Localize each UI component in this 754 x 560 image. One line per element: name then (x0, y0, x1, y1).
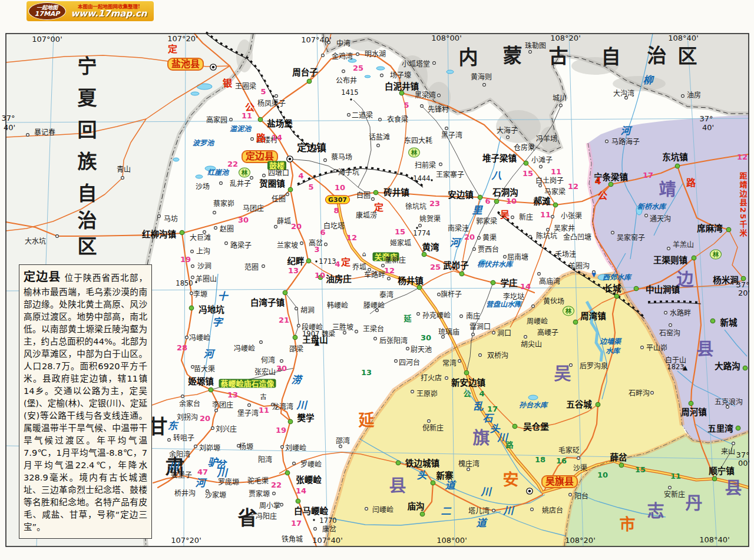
settlement-dot (191, 265, 194, 268)
settlement-dot (306, 259, 311, 263)
settlement-dot (297, 324, 300, 327)
settlement-dot (619, 463, 624, 468)
settlement-dot (324, 159, 327, 162)
settlement-dot (388, 277, 391, 280)
settlement-dot (372, 198, 375, 201)
settlement-dot (288, 187, 293, 192)
settlement-dot (191, 276, 194, 279)
settlement-dot (743, 366, 748, 370)
settlement-dot (307, 79, 312, 84)
settlement-dot (314, 528, 317, 531)
settlement-dot (417, 285, 422, 290)
settlement-dot (296, 499, 300, 503)
settlement-dot (322, 54, 325, 57)
county-description: 定边县位于陕西省西北部，榆林市最西端，毛乌素沙漠的南部边缘。处陕北黄土高原、风沙… (19, 264, 152, 539)
settlement-dot (209, 387, 213, 392)
logo-url[interactable]: www.17map.cn (66, 9, 152, 19)
settlement-dot (121, 177, 124, 180)
settlement-dot (214, 227, 217, 230)
settlement-dot (213, 211, 216, 214)
settlement-dot (251, 138, 254, 141)
settlement-dot (180, 230, 184, 235)
settlement-dot (494, 199, 499, 204)
settlement-dot (350, 98, 352, 100)
settlement-dot (263, 174, 266, 177)
settlement-dot (27, 134, 29, 137)
settlement-dot (203, 231, 206, 234)
settlement-dot (342, 70, 345, 73)
settlement-dot (726, 227, 731, 232)
settlement-dot (593, 271, 596, 274)
settlement-dot (215, 409, 218, 412)
settlement-dot (355, 330, 358, 333)
settlement-dot (431, 481, 435, 485)
settlement-dot (186, 336, 188, 339)
settlement-dot (339, 445, 342, 448)
settlement-dot (726, 406, 729, 409)
settlement-dot (283, 290, 287, 295)
settlement-dot (460, 315, 463, 318)
settlement-dot (194, 445, 197, 448)
settlement-dot (609, 182, 613, 187)
settlement-dot (459, 271, 464, 276)
settlement-dot (158, 215, 161, 218)
settlement-dot (195, 281, 197, 283)
settlement-dot (445, 377, 448, 380)
settlement-dot (334, 170, 337, 173)
settlement-dot (438, 94, 441, 97)
settlement-dot (237, 445, 240, 448)
settlement-dot (433, 62, 436, 65)
settlement-dot (191, 250, 194, 253)
settlement-dot (634, 286, 639, 291)
settlement-dot (570, 364, 573, 367)
settlement-dot (262, 265, 265, 268)
settlement-dot (692, 256, 696, 260)
settlement-dot (373, 190, 378, 195)
settlement-dot (356, 53, 359, 56)
county-description-body: 位于陕西省西北部，榆林市最西端，毛乌素沙漠的南部边缘。处陕北黄土高原、风沙高原过… (24, 273, 147, 532)
settlement-dot (250, 177, 253, 180)
settlement-dot (596, 402, 600, 407)
settlement-dot (491, 280, 495, 285)
settlement-dot (260, 341, 263, 344)
settlement-dot (478, 195, 482, 200)
settlement-dot (368, 269, 371, 271)
settlement-dot (56, 235, 59, 238)
settlement-dot (573, 320, 578, 324)
settlement-dot (614, 294, 619, 299)
settlement-dot (288, 419, 293, 424)
settlement-dot (531, 146, 534, 149)
county-description-title: 定边县 (24, 270, 61, 284)
logo-brand-bottom: 17MAP (35, 11, 60, 17)
settlement-dot (365, 508, 368, 511)
settlement-dot (467, 468, 470, 471)
settlement-dot (285, 470, 290, 475)
settlement-dot (293, 462, 296, 465)
settlement-dot (611, 231, 614, 234)
settlement-dot (280, 360, 283, 363)
logo[interactable]: 一起地图 17MAP 本图由一起地图网收集整理! www.17map.cn (27, 1, 154, 21)
settlement-dot (560, 104, 563, 107)
settlement-dot (190, 292, 193, 295)
settlement-dot (689, 401, 693, 406)
settlement-dot (428, 420, 431, 423)
settlement-dot (524, 161, 528, 165)
settlement-dot (211, 427, 214, 430)
settlement-dot (472, 333, 475, 336)
settlement-dot (529, 51, 532, 54)
settlement-dot (458, 360, 461, 363)
settlement-dot (732, 442, 735, 445)
settlement-dot (280, 503, 283, 506)
settlement-dot (275, 226, 277, 228)
settlement-dot (295, 307, 298, 310)
settlement-dot (395, 360, 398, 363)
settlement-dot (551, 216, 554, 218)
settlement-dot (275, 95, 278, 98)
settlement-dot (300, 242, 303, 245)
settlement-dot (664, 312, 667, 314)
settlement-dot (442, 336, 445, 339)
settlement-dot (328, 41, 330, 44)
settlement-dot (315, 260, 317, 262)
map-page: 宁夏回族自治区内蒙古自治区甘肃省靖边县吴旗县志丹县延安市盐池县定边县吴旗县鼓楼关… (0, 0, 754, 560)
settlement-dot (483, 84, 486, 87)
